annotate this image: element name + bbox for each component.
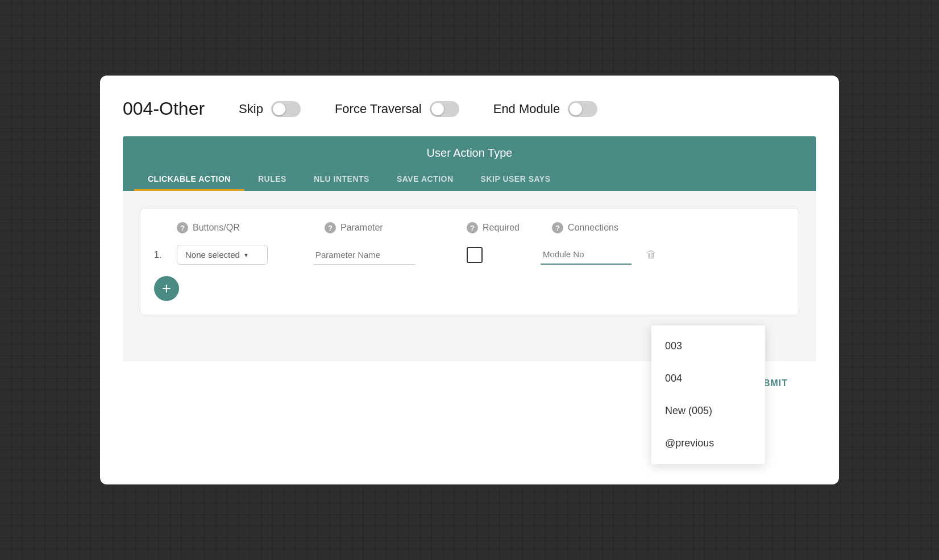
parameter-input-cell xyxy=(313,245,438,265)
skip-thumb xyxy=(273,103,285,115)
table-card: ? Buttons/QR ? Parameter ? Required xyxy=(140,208,799,315)
table-header: ? Buttons/QR ? Parameter ? Required xyxy=(154,222,785,233)
force-traversal-label: Force Traversal xyxy=(335,102,422,116)
table-row: 1. None selected ▾ xyxy=(154,245,785,265)
tab-clickable-action[interactable]: CLICKABLE ACTION xyxy=(134,169,244,191)
dropdown-option-new-005[interactable]: New (005) xyxy=(651,395,765,427)
col-header-buttons-qr: ? Buttons/QR xyxy=(177,222,290,233)
row-data: None selected ▾ 🗑 xyxy=(171,245,785,265)
dropdown-option-004[interactable]: 004 xyxy=(651,362,765,395)
force-traversal-toggle-group: Force Traversal xyxy=(335,101,459,117)
col-label-connections: Connections xyxy=(568,223,618,233)
add-row-button[interactable]: + xyxy=(154,276,179,301)
module-no-input[interactable] xyxy=(541,245,631,265)
action-type-section: User Action Type CLICKABLE ACTION RULES … xyxy=(123,136,816,191)
help-icon-required: ? xyxy=(467,222,478,233)
action-type-title: User Action Type xyxy=(123,147,816,160)
help-icon-buttons: ? xyxy=(177,222,188,233)
delete-row-icon[interactable]: 🗑 xyxy=(646,249,657,261)
header-row: 004-Other Skip Force Traversal End Modul… xyxy=(123,98,816,119)
required-checkbox-cell xyxy=(467,247,512,263)
help-icon-connections: ? xyxy=(552,222,563,233)
tab-skip-user-says[interactable]: SKIP USER SAYS xyxy=(467,169,564,191)
connections-cell: 🗑 xyxy=(541,245,657,265)
col-label-buttons-qr: Buttons/QR xyxy=(193,223,240,233)
none-selected-dropdown[interactable]: None selected ▾ xyxy=(177,245,268,265)
col-header-connections: ? Connections xyxy=(552,222,666,233)
skip-toggle[interactable] xyxy=(271,101,301,117)
module-title: 004-Other xyxy=(123,98,205,119)
force-traversal-thumb xyxy=(431,103,444,115)
tabs-row: CLICKABLE ACTION RULES NLU INTENTS SAVE … xyxy=(123,169,816,191)
parameter-name-input[interactable] xyxy=(313,245,416,265)
help-icon-parameter: ? xyxy=(325,222,336,233)
col-label-parameter: Parameter xyxy=(340,223,383,233)
required-checkbox[interactable] xyxy=(467,247,483,263)
tab-save-action[interactable]: SAVE ACTION xyxy=(383,169,467,191)
main-card: 004-Other Skip Force Traversal End Modul… xyxy=(100,76,839,484)
module-input-wrapper xyxy=(541,245,631,265)
buttons-dropdown-cell: None selected ▾ xyxy=(177,245,285,265)
col-header-parameter: ? Parameter xyxy=(325,222,450,233)
end-module-label: End Module xyxy=(493,102,560,116)
skip-toggle-group: Skip xyxy=(239,101,301,117)
dropdown-option-previous[interactable]: @previous xyxy=(651,427,765,459)
col-label-required: Required xyxy=(483,223,520,233)
skip-label: Skip xyxy=(239,102,263,116)
end-module-thumb xyxy=(570,103,582,115)
force-traversal-toggle[interactable] xyxy=(430,101,459,117)
tab-rules[interactable]: RULES xyxy=(244,169,300,191)
row-number: 1. xyxy=(154,250,171,260)
dropdown-value: None selected xyxy=(185,250,240,260)
plus-icon: + xyxy=(162,279,171,298)
end-module-toggle[interactable] xyxy=(568,101,597,117)
dropdown-option-003[interactable]: 003 xyxy=(651,330,765,362)
col-header-required: ? Required xyxy=(467,222,535,233)
connection-dropdown-popup: 003 004 New (005) @previous xyxy=(651,325,765,464)
chevron-down-icon: ▾ xyxy=(244,251,248,259)
tab-nlu-intents[interactable]: NLU INTENTS xyxy=(300,169,383,191)
end-module-toggle-group: End Module xyxy=(493,101,597,117)
